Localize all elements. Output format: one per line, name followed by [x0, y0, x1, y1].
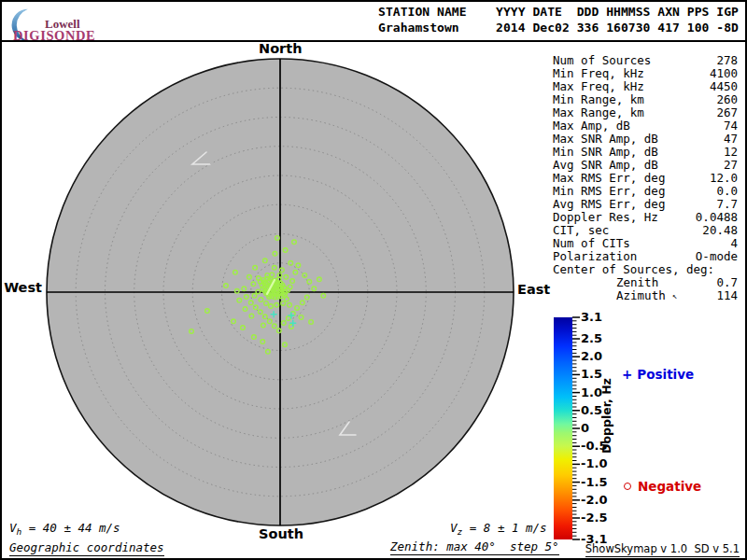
stats-value: 0.0488 [696, 211, 738, 224]
stats-row: Center of Sources, deg: [553, 263, 738, 276]
stats-label: Min Range, km [553, 93, 644, 106]
stats-value: 47 [724, 133, 738, 146]
stats-value: 0.0 [716, 185, 738, 198]
stats-value: 12.0 [710, 172, 738, 185]
colorbar-tick-label: -2.5 [581, 511, 622, 525]
showskymap-window: Lowell DIGISONDE STATION NAME YYYY DATE … [0, 0, 747, 560]
stats-value: O-mode [696, 250, 738, 263]
stats-label: Center of Sources, deg: [553, 263, 714, 276]
stats-value: 4100 [710, 67, 738, 80]
stats-label: Max Range, km [553, 106, 644, 119]
colorbar-tick-label: -1.0 [581, 456, 622, 471]
colorbar-tick-label: -1.5 [581, 475, 622, 490]
stats-label: Doppler Res, Hz [553, 211, 658, 224]
stats-label: Max RMS Err, deg [553, 172, 665, 185]
stats-label: Avg RMS Err, deg [553, 198, 665, 211]
stats-label: Polarization [553, 250, 637, 263]
stats-row: Min SNR Amp, dB12 [553, 146, 738, 159]
stats-label: Min SNR Amp, dB [553, 146, 658, 159]
stats-row: Min Range, km260 [553, 93, 738, 106]
legend-positive-label: Positive [637, 367, 694, 382]
stats-row: CIT, sec20.48 [553, 224, 738, 237]
plus-marker-icon: + [622, 367, 632, 382]
stats-value: 278 [716, 54, 738, 67]
stats-label: Max SNR Amp, dB [553, 133, 658, 146]
stats-value: 74 [724, 119, 738, 133]
stats-value: 4450 [710, 80, 738, 93]
stats-value: 20.48 [702, 224, 738, 237]
stats-row: Max Range, km267 [553, 106, 738, 119]
legend-negative: Negative [624, 479, 701, 494]
compass-west-label: West [3, 280, 42, 295]
stats-row: PolarizationO-mode [553, 250, 738, 263]
coordinates-mode-label: Geographic coordinates [9, 540, 164, 554]
stats-value: 114 [716, 289, 738, 302]
stats-value: 0.7 [716, 276, 738, 289]
stats-label: Num of CITs [553, 237, 630, 250]
horizontal-velocity-readout: Vh = 40 ± 44 m/s [9, 521, 120, 537]
stats-row: Num of Sources278 [553, 54, 738, 67]
stats-row: Avg SNR Amp, dB27 [553, 159, 738, 172]
stats-row: Max SNR Amp, dB47 [553, 133, 738, 146]
stats-row: Max Amp, dB74 [553, 119, 738, 133]
stats-row: Min Freq, kHz4100 [553, 67, 738, 80]
colorbar-axis-title: Doppler, Hz [599, 377, 613, 455]
stats-row: Num of CITs4 [553, 237, 738, 250]
stats-label: Azimuth [616, 289, 666, 302]
colorbar-tick-label: -2.0 [581, 493, 622, 508]
stats-label: CIT, sec [553, 224, 609, 237]
stats-label: Zenith [616, 276, 658, 289]
stats-row: Zenith0.7 [553, 276, 738, 289]
vertical-velocity-readout: Vz = 8 ± 1 m/s [450, 521, 547, 537]
stats-value: 267 [716, 106, 738, 119]
stats-label: Num of Sources [553, 54, 651, 67]
circle-marker-icon [624, 483, 631, 490]
stats-label: Min Freq, kHz [553, 67, 644, 80]
stats-label: Max Freq, kHz [553, 80, 644, 93]
colorbar-tick-label: 2.0 [581, 349, 622, 364]
stats-row: Azimuth↖114 [553, 289, 738, 302]
stats-value: 260 [716, 93, 738, 106]
zenith-range-note: Zenith: max 40° step 5° [390, 539, 559, 553]
colorbar-tick-label: 2.5 [581, 331, 622, 346]
stats-row: Doppler Res, Hz0.0488 [553, 211, 738, 224]
stats-row: Max RMS Err, deg12.0 [553, 172, 738, 185]
stats-value: 4 [730, 237, 738, 250]
legend-positive: +Positive [622, 367, 694, 382]
stats-value: 27 [724, 159, 738, 172]
stats-label: Min RMS Err, deg [553, 185, 665, 198]
stats-value: 12 [724, 146, 738, 159]
colorbar-tick-label: 3.1 [581, 310, 622, 325]
software-version-label: ShowSkymap v 1.0 SD v 5.1 [585, 542, 740, 557]
stats-value: 7.7 [716, 198, 738, 211]
stats-label: Avg SNR Amp, dB [553, 159, 658, 172]
colorbar-gradient [554, 317, 572, 539]
azimuth-arrow-icon: ↖ [672, 289, 677, 302]
compass-north-label: North [259, 41, 302, 56]
compass-south-label: South [259, 526, 302, 541]
legend-negative-label: Negative [638, 479, 701, 494]
stats-label: Max Amp, dB [553, 119, 630, 133]
stats-row: Max Freq, kHz4450 [553, 80, 738, 93]
stats-row: Avg RMS Err, deg7.7 [553, 198, 738, 211]
stats-panel: Num of Sources278Min Freq, kHz4100Max Fr… [553, 54, 738, 302]
stats-row: Min RMS Err, deg0.0 [553, 185, 738, 198]
